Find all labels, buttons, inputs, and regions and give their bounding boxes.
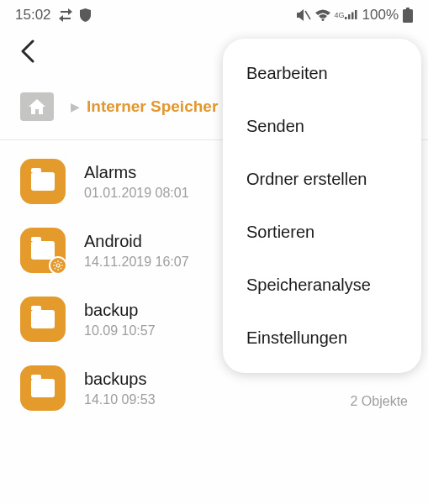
sync-icon [58, 8, 73, 22]
shield-icon [80, 8, 91, 22]
svg-rect-2 [348, 14, 351, 19]
breadcrumb-separator: ▶ [71, 100, 80, 113]
overflow-menu: Bearbeiten Senden Ordner erstellen Sorti… [223, 39, 421, 373]
menu-item-storage-analysis[interactable]: Speicheranalyse [223, 259, 421, 312]
status-bar: 15:02 4G 100% [0, 0, 428, 30]
svg-line-0 [305, 11, 310, 19]
svg-rect-3 [351, 12, 354, 19]
menu-item-sort[interactable]: Sortieren [223, 206, 421, 259]
svg-rect-5 [406, 8, 410, 9]
battery-percent: 100% [362, 7, 399, 24]
status-time: 15:02 [15, 7, 51, 24]
file-meta: 14.10 09:53 [84, 392, 351, 407]
home-icon[interactable] [20, 92, 54, 121]
menu-item-create-folder[interactable]: Ordner erstellen [223, 153, 421, 206]
gear-icon [49, 256, 67, 275]
folder-icon [20, 228, 66, 273]
menu-item-edit[interactable]: Bearbeiten [223, 47, 421, 100]
battery-icon [403, 8, 413, 23]
svg-point-7 [56, 264, 60, 267]
file-count: 2 Objekte [351, 394, 408, 409]
svg-rect-1 [345, 17, 347, 19]
menu-item-send[interactable]: Senden [223, 100, 421, 153]
mute-icon [296, 8, 311, 22]
back-button[interactable] [13, 33, 42, 76]
breadcrumb-current[interactable]: Interner Speicher [87, 97, 218, 116]
svg-rect-6 [403, 9, 413, 23]
svg-rect-4 [355, 10, 357, 19]
wifi-icon [315, 9, 330, 21]
folder-icon [20, 159, 66, 204]
folder-icon [20, 297, 66, 342]
menu-item-settings[interactable]: Einstellungen [223, 312, 421, 365]
folder-icon [20, 365, 66, 411]
signal-icon: 4G [335, 12, 358, 19]
